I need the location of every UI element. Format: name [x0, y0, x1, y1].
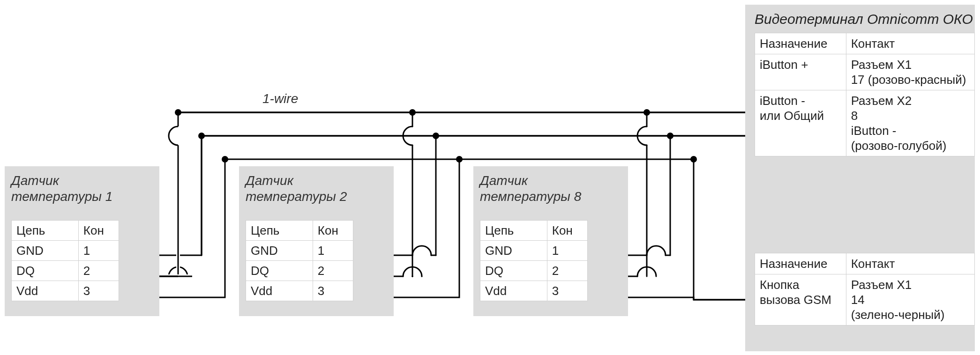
- svg-point-10: [690, 156, 697, 163]
- diagram-canvas: 1-wire Датчиктемпературы 1ЦепьКонGND1DQ2…: [0, 0, 980, 355]
- sensor-block-1: Датчиктемпературы 1ЦепьКонGND1DQ2Vdd3: [5, 166, 159, 316]
- sensor-title: Датчиктемпературы 1: [11, 173, 112, 205]
- table-row: Vdd3: [246, 281, 353, 301]
- header-contact: Кон: [78, 221, 119, 241]
- sensor-table: ЦепьКонGND1DQ2Vdd3: [11, 220, 119, 301]
- svg-point-9: [222, 156, 228, 163]
- terminal-table-1: Назначение Контакт iButton + Разъем Х117…: [755, 33, 975, 156]
- table-row: Кнопкавызова GSM Разъем Х114(зелено-черн…: [755, 274, 975, 325]
- header-contact: Контакт: [846, 33, 974, 54]
- header-contact: Кон: [313, 221, 353, 241]
- table-row: ЦепьКон: [246, 221, 353, 241]
- cell-contact: 1: [547, 241, 587, 261]
- table-row: iButton + Разъем Х117 (розово-красный): [755, 54, 975, 90]
- svg-point-1: [409, 109, 416, 116]
- cell-contact: 1: [78, 241, 119, 261]
- cell-circuit: Vdd: [246, 281, 313, 301]
- svg-rect-4: [176, 111, 180, 279]
- terminal-table-2: Назначение Контакт Кнопкавызова GSM Разъ…: [755, 253, 975, 325]
- cell-contact: Разъем Х114(зелено-черный): [846, 274, 974, 325]
- header-contact: Кон: [547, 221, 587, 241]
- header-circuit: Цепь: [480, 221, 547, 241]
- terminal-block: Видеотерминал Omnicomm ОКО Назначение Ко…: [745, 5, 975, 351]
- sensor-title: Датчиктемпературы 8: [480, 173, 581, 205]
- header-purpose: Назначение: [755, 253, 846, 274]
- header-circuit: Цепь: [12, 221, 79, 241]
- cell-contact: 3: [78, 281, 119, 301]
- cell-circuit: GND: [246, 241, 313, 261]
- sensor-block-3: Датчиктемпературы 8ЦепьКонGND1DQ2Vdd3: [473, 166, 628, 316]
- cell-circuit: GND: [12, 241, 79, 261]
- bus-label-1wire: 1-wire: [262, 91, 298, 106]
- cell-circuit: DQ: [12, 261, 79, 281]
- sensor-block-2: Датчиктемпературы 2ЦепьКонGND1DQ2Vdd3: [239, 166, 394, 316]
- cell-contact: Разъем Х28iButton -(розово-голубой): [846, 90, 974, 156]
- header-purpose: Назначение: [755, 33, 846, 54]
- cell-contact: 3: [313, 281, 353, 301]
- table-row: DQ2: [480, 261, 588, 281]
- sensor-table: ЦепьКонGND1DQ2Vdd3: [480, 220, 588, 301]
- svg-point-2: [667, 133, 673, 139]
- cell-circuit: DQ: [480, 261, 547, 281]
- cell-contact: 2: [313, 261, 353, 281]
- sensor-table: ЦепьКонGND1DQ2Vdd3: [246, 220, 353, 301]
- table-row: GND1: [12, 241, 119, 261]
- header-circuit: Цепь: [246, 221, 313, 241]
- table-row: Назначение Контакт: [755, 253, 975, 274]
- cell-purpose: iButton +: [755, 54, 846, 90]
- header-contact: Контакт: [846, 253, 974, 274]
- cell-circuit: GND: [480, 241, 547, 261]
- cell-contact: Разъем Х117 (розово-красный): [846, 54, 974, 90]
- table-row: ЦепьКон: [480, 221, 588, 241]
- cell-contact: 1: [313, 241, 353, 261]
- cell-circuit: Vdd: [12, 281, 79, 301]
- table-row: Vdd3: [480, 281, 588, 301]
- terminal-title: Видеотерминал Omnicomm ОКО: [755, 11, 973, 27]
- svg-point-6: [198, 133, 205, 139]
- cell-circuit: Vdd: [480, 281, 547, 301]
- table-row: GND1: [246, 241, 353, 261]
- table-row: DQ2: [246, 261, 353, 281]
- sensor-title: Датчиктемпературы 2: [246, 173, 347, 205]
- table-row: ЦепьКон: [12, 221, 119, 241]
- svg-point-0: [433, 133, 439, 139]
- table-row: Назначение Контакт: [755, 33, 975, 54]
- cell-purpose: Кнопкавызова GSM: [755, 274, 846, 325]
- table-row: iButton -или Общий Разъем Х28iButton -(р…: [755, 90, 975, 156]
- table-row: Vdd3: [12, 281, 119, 301]
- cell-contact: 2: [78, 261, 119, 281]
- table-row: GND1: [480, 241, 588, 261]
- cell-purpose: iButton -или Общий: [755, 90, 846, 156]
- table-row: DQ2: [12, 261, 119, 281]
- svg-point-5: [175, 109, 181, 116]
- svg-point-3: [643, 109, 650, 116]
- svg-point-8: [456, 156, 463, 163]
- cell-contact: 3: [547, 281, 587, 301]
- cell-circuit: DQ: [246, 261, 313, 281]
- cell-contact: 2: [547, 261, 587, 281]
